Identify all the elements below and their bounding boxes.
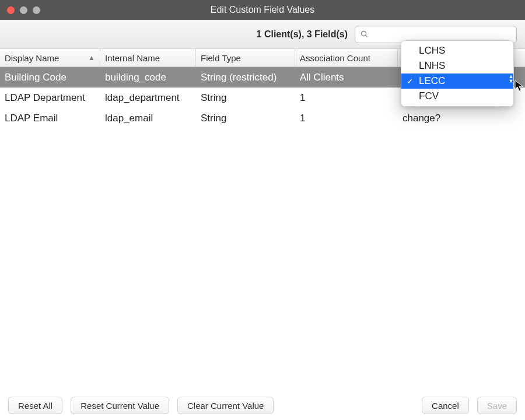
cell-display-name: LDAP Department: [0, 92, 100, 104]
column-header-display-name[interactable]: Display Name ▲: [0, 49, 100, 66]
column-header-label: Field Type: [201, 53, 241, 63]
cell-internal-name: building_code: [100, 72, 196, 83]
reset-all-button[interactable]: Reset All: [8, 397, 62, 414]
column-header-internal-name[interactable]: Internal Name: [100, 49, 196, 66]
close-window-button[interactable]: [7, 6, 15, 14]
cell-association-count: 1: [295, 113, 398, 124]
dropdown-option-label: LNHS: [419, 60, 445, 72]
search-icon: [360, 30, 369, 38]
window-title: Edit Custom Field Values: [0, 5, 525, 15]
column-header-label: Internal Name: [105, 53, 160, 63]
svg-line-1: [366, 36, 368, 37]
cell-field-type: String: [196, 113, 295, 124]
cell-internal-name: ldap_department: [100, 92, 196, 104]
dropdown-option-label: LECC: [419, 75, 445, 87]
maximize-window-button[interactable]: [33, 6, 40, 14]
dropdown-option-label: LCHS: [419, 45, 445, 57]
search-input[interactable]: [372, 29, 512, 39]
dropdown-option[interactable]: ✓ LECC: [401, 74, 513, 89]
dropdown-option[interactable]: ✓ LCHS: [401, 43, 513, 58]
cell-association-count: All Clients: [295, 72, 398, 83]
value-dropdown-popup[interactable]: ✓ LCHS ✓ LNHS ✓ LECC ✓ FCV ▲▼: [401, 40, 514, 107]
save-button[interactable]: Save: [477, 397, 517, 414]
column-header-label: Association Count: [300, 53, 370, 63]
traffic-lights: [0, 6, 40, 14]
cell-field-type: String: [196, 92, 295, 104]
dropdown-option[interactable]: ✓ LNHS: [401, 58, 513, 74]
clear-current-value-button[interactable]: Clear Current Value: [177, 397, 274, 414]
selection-summary: 1 Client(s), 3 Field(s): [257, 29, 348, 40]
column-header-field-type[interactable]: Field Type: [196, 49, 295, 66]
cell-internal-name: ldap_email: [100, 113, 196, 124]
minimize-window-button[interactable]: [20, 6, 27, 14]
column-header-association-count[interactable]: Association Count: [295, 49, 398, 66]
sort-ascending-icon: ▲: [88, 54, 95, 62]
svg-point-0: [362, 32, 366, 36]
dropdown-option-label: FCV: [419, 90, 439, 102]
cell-display-name: LDAP Email: [0, 113, 100, 124]
cell-field-type: String (restricted): [196, 72, 295, 83]
footer: Reset All Reset Current Value Clear Curr…: [0, 391, 525, 420]
cell-association-count: 1: [295, 92, 398, 104]
cancel-button[interactable]: Cancel: [422, 397, 469, 414]
window-titlebar: Edit Custom Field Values: [0, 0, 525, 20]
reset-current-value-button[interactable]: Reset Current Value: [71, 397, 169, 414]
cell-value[interactable]: change?: [398, 113, 525, 124]
dropdown-option[interactable]: ✓ FCV: [401, 89, 513, 104]
check-icon: ✓: [407, 76, 414, 86]
table-row[interactable]: LDAP Email ldap_email String 1 change?: [0, 108, 525, 128]
column-header-label: Display Name: [5, 53, 59, 63]
cell-display-name: Building Code: [0, 72, 100, 83]
